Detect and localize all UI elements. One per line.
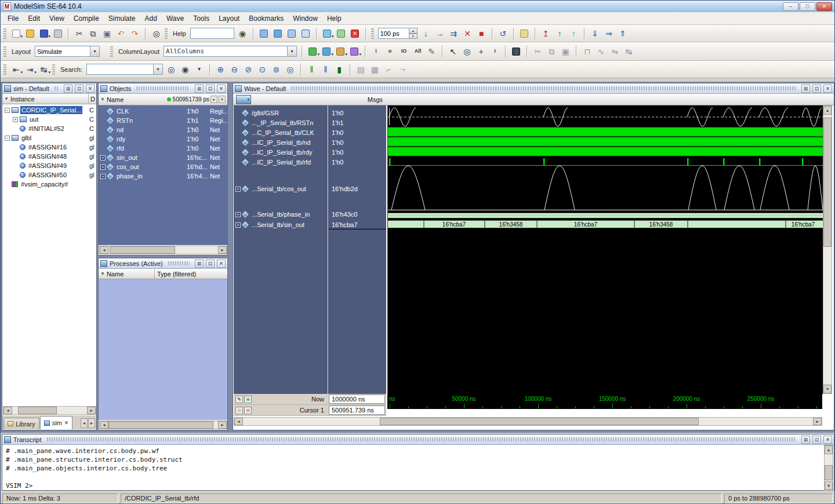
wave-cursor-row[interactable]: ⊙ ⊖ Cursor 1 500951.739 ns — [234, 405, 386, 416]
collapse-time-delta-dropdown-arrow[interactable]: ▾ — [34, 70, 37, 75]
columnlayout-combo-dropdown-arrow[interactable]: ▼ — [288, 46, 297, 57]
object-name[interactable]: sin_out — [117, 154, 137, 161]
processes-dock-button[interactable]: ⊞ — [195, 260, 204, 268]
tree-label[interactable]: #ASSIGN#48 — [27, 152, 68, 160]
zoom-full-icon[interactable]: ⊘ — [242, 63, 255, 76]
tab-scroll-right[interactable]: ► — [88, 418, 95, 428]
filter-icon[interactable]: ▼ — [100, 271, 105, 276]
bookmark-previous-icon[interactable]: ↑ — [553, 27, 567, 40]
compile-all-icon[interactable] — [271, 27, 285, 40]
wave-timeline-ruler[interactable]: 0 ns50000 ns100000 ns150000 ns200000 ns2… — [387, 394, 822, 409]
object-row-cos-out[interactable]: +cos_out16'hd...Net — [99, 162, 227, 171]
toolbar-grip[interactable] — [3, 46, 6, 57]
tree-row-vsim-capacity[interactable]: #vsim_capacity# — [2, 180, 96, 189]
object-row-rstn[interactable]: RSTn1'h1Regi... — [99, 116, 227, 125]
object-row-rfd[interactable]: rfd1'h0Net — [99, 144, 227, 153]
new-file-dropdown-arrow[interactable]: ▾ — [20, 34, 23, 39]
scroll-thumb[interactable] — [825, 465, 833, 480]
transcript-vertical-scrollbar[interactable]: ▲ ▼ — [824, 445, 833, 491]
break-icon[interactable]: ✕ — [461, 27, 474, 40]
zoom-cursor-icon[interactable]: ⊙ — [256, 63, 269, 76]
tree-label[interactable]: uut — [28, 115, 39, 123]
scroll-down-arrow[interactable]: ▼ — [823, 385, 832, 393]
scroll-up-arrow[interactable]: ▲ — [825, 445, 833, 454]
vsim-prompt[interactable]: VSIM 2> — [6, 482, 821, 490]
search-help-icon[interactable]: ◉ — [236, 27, 249, 40]
wave-close-button[interactable]: ✕ — [823, 85, 832, 93]
design-unit-column-header[interactable]: D — [88, 94, 95, 104]
menu-edit[interactable]: Edit — [23, 13, 45, 24]
object-name[interactable]: nd — [117, 126, 124, 133]
wave-copy-icon[interactable]: ⧉ — [545, 45, 558, 58]
transcript-drag-handle[interactable] — [47, 437, 797, 441]
wave-column-header[interactable]: ▾ Msgs — [233, 94, 834, 105]
object-row-sin-out[interactable]: +sin_out16'hc...Net — [99, 153, 227, 162]
object-name[interactable]: rfd — [117, 145, 124, 152]
open-folder-icon[interactable] — [23, 27, 37, 40]
sync-cursors-icon[interactable]: ▮ — [333, 63, 346, 76]
step-out-icon[interactable]: ⇑ — [616, 27, 630, 40]
scroll-left-arrow[interactable]: ◄ — [234, 418, 243, 425]
wave-signal-row-serial-tb-phase-in[interactable]: +...Serial_tb/phase_in — [234, 210, 328, 219]
wave-vertical-scrollbar[interactable]: ▲ ▼ — [823, 105, 832, 394]
expand-time-delta-dropdown-arrow[interactable]: ▾ — [20, 70, 23, 75]
run-length-spin-down[interactable]: ▼ — [409, 34, 418, 39]
justify-left-icon[interactable]: ⌐ — [382, 63, 395, 76]
select-mode-icon[interactable]: ↖ — [446, 45, 460, 58]
tree-label[interactable]: #ASSIGN#50 — [27, 171, 68, 179]
pan-mode-icon[interactable]: + — [474, 45, 488, 58]
expand-box-icon[interactable]: + — [13, 117, 18, 122]
tree-row-assign-50[interactable]: #ASSIGN#50gl — [2, 170, 96, 180]
layout-combo[interactable] — [35, 46, 90, 57]
toolbar-grip[interactable] — [371, 28, 374, 39]
signal-name[interactable]: /glbl/GSR — [252, 109, 279, 116]
help-input[interactable] — [190, 28, 234, 39]
event-traceback-icon[interactable]: ↹▾ — [37, 63, 50, 76]
optimize-icon[interactable] — [335, 27, 348, 40]
signal-name[interactable]: ...Serial_tb/phase_in — [252, 211, 310, 218]
search-input-dropdown-arrow[interactable]: ▼ — [154, 64, 163, 75]
signal-name[interactable]: ...IC_IP_Serial_tb/rfd — [252, 159, 311, 166]
tree-row-assign-48[interactable]: #ASSIGN#48gl — [2, 152, 96, 161]
step-over-icon[interactable]: ⇒ — [602, 27, 616, 40]
add-to-list-icon[interactable]: ▾ — [320, 45, 333, 58]
sim-column-header[interactable]: ▼ Instance D — [2, 94, 96, 104]
columnlayout-combo[interactable] — [164, 46, 288, 57]
add-to-dataflow-dropdown-arrow[interactable]: ▾ — [359, 52, 361, 57]
compile-icon[interactable] — [257, 27, 271, 40]
run-length[interactable] — [378, 28, 409, 39]
tree-label[interactable]: glbl — [20, 134, 32, 142]
bookmark-add-icon[interactable]: ↥ — [539, 27, 553, 40]
menu-window[interactable]: Window — [288, 13, 322, 24]
wave-maximize-button[interactable]: ⊡ — [812, 85, 821, 93]
wave-drag-handle[interactable] — [291, 86, 796, 90]
expand-box-icon[interactable]: + — [100, 174, 106, 179]
signal-name[interactable]: ...C_IP_Serial_tb/CLK — [252, 129, 314, 136]
cut-icon[interactable]: ✂ — [72, 27, 86, 40]
processes-horizontal-scrollbar[interactable]: ◄ ► — [99, 421, 227, 429]
profile-icon[interactable] — [518, 27, 531, 40]
show-outputs-icon[interactable]: o — [383, 45, 397, 58]
event-traceback-dropdown-arrow[interactable]: ▾ — [48, 70, 50, 75]
scroll-down-arrow[interactable]: ▼ — [825, 481, 833, 490]
menu-help[interactable]: Help — [322, 13, 346, 24]
wave-panel-header[interactable]: Wave - Default ⊞ ⊡ ✕ — [233, 83, 834, 94]
scroll-track[interactable] — [243, 418, 813, 425]
objects-dock-button[interactable]: ⊞ — [195, 85, 204, 93]
tree-label[interactable]: #vsim_capacity# — [20, 180, 69, 188]
titlebar[interactable]: M ModelSim SE-64 10.4 – □ ✕ — [1, 1, 834, 12]
show-drivers-icon[interactable]: ▤ — [354, 63, 368, 76]
scroll-right-arrow[interactable]: ► — [87, 407, 96, 414]
run-length-spin-up[interactable]: ▲ — [409, 28, 418, 34]
tree-row-uut[interactable]: +uutC — [2, 115, 96, 124]
delete-cursor-icon[interactable]: ⊖ — [244, 407, 252, 414]
name-column-header[interactable]: Name — [107, 271, 124, 277]
menu-bookmarks[interactable]: Bookmarks — [244, 13, 288, 24]
sim-drag-handle[interactable] — [55, 86, 59, 90]
tree-label[interactable]: #ASSIGN#16 — [27, 143, 68, 151]
scroll-track[interactable] — [108, 421, 218, 429]
scroll-left-arrow[interactable]: ◄ — [3, 407, 12, 414]
transcript-dock-button[interactable]: ⊞ — [801, 436, 810, 444]
add-to-wave-icon[interactable]: ▾ — [306, 45, 320, 58]
scroll-right-arrow[interactable]: ► — [218, 246, 227, 254]
